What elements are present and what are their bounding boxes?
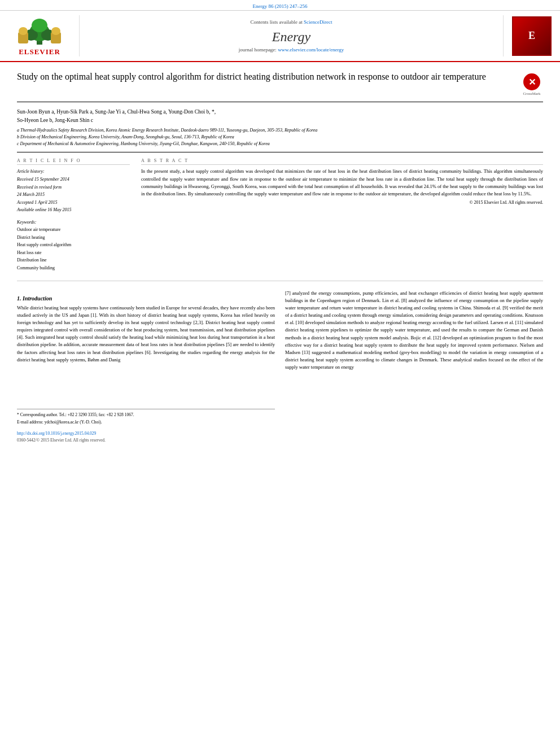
- revised-date: 24 March 2015: [17, 191, 130, 199]
- copyright-line: © 2015 Elsevier Ltd. All rights reserved…: [141, 200, 543, 205]
- body-left-col: 1. Introduction While district heating h…: [17, 290, 275, 443]
- article-info-col: A R T I C L E I N F O Article history: R…: [17, 158, 130, 272]
- journal-issue-bar: Energy 86 (2015) 247–256: [0, 0, 560, 11]
- keyword-3: Heat supply control algorithm: [17, 241, 130, 249]
- paper-content: Study on the optimal heat supply control…: [0, 62, 560, 448]
- crossmark-label: CrossMark: [523, 91, 540, 96]
- authors-section: Sun-Joon Byun a, Hyun-Sik Park a, Sung-J…: [17, 108, 543, 152]
- contents-line: Contents lists available at ScienceDirec…: [251, 19, 333, 25]
- article-info-header: A R T I C L E I N F O: [17, 158, 130, 165]
- abstract-header: A B S T R A C T: [141, 158, 543, 165]
- homepage-line: journal homepage: www.elsevier.com/locat…: [239, 47, 344, 53]
- paper-title: Study on the optimal heat supply control…: [17, 71, 515, 83]
- issn-line: 0360-5442/© 2015 Elsevier Ltd. All right…: [17, 438, 275, 443]
- history-label: Article history:: [17, 168, 130, 176]
- author-line-2: So-Hyeon Lee b, Jong-Keun Shin c: [17, 116, 543, 125]
- energy-journal-logo: E: [512, 16, 552, 56]
- elsevier-logo: ELSEVIER: [6, 15, 73, 56]
- keyword-2: District heating: [17, 234, 130, 242]
- doi-link[interactable]: http://dx.doi.org/10.1016/j.energy.2015.…: [17, 431, 96, 436]
- author-line-1: Sun-Joon Byun a, Hyun-Sik Park a, Sung-J…: [17, 108, 543, 116]
- keyword-1: Outdoor air temperature: [17, 226, 130, 234]
- energy-logo-box: E: [509, 15, 554, 56]
- journal-center: Contents lists available at ScienceDirec…: [79, 15, 504, 56]
- keywords-section: Keywords: Outdoor air temperature Distri…: [17, 220, 130, 272]
- introduction-title: 1. Introduction: [17, 295, 275, 302]
- keyword-4: Heat loss rate: [17, 249, 130, 257]
- accepted-date: Accepted 1 April 2015: [17, 199, 130, 207]
- journal-header: ELSEVIER Contents lists available at Sci…: [0, 11, 560, 62]
- affiliation-b: b Division of Mechanical Engineering, Ko…: [17, 134, 543, 141]
- abstract-col: A B S T R A C T In the present study, a …: [141, 158, 543, 272]
- body-right-col: [7] analyzed the energy consumptions, pu…: [285, 290, 543, 443]
- crossmark-icon: ✕: [523, 73, 540, 90]
- received-date: Received 15 September 2014: [17, 176, 130, 184]
- revised-label: Received in revised form: [17, 184, 130, 191]
- body-section: 1. Introduction While district heating h…: [17, 290, 543, 443]
- article-meta-section: A R T I C L E I N F O Article history: R…: [17, 158, 543, 281]
- corresponding-footnote: * Corresponding author. Tel.: +82 2 3290…: [17, 412, 275, 418]
- intro-paragraph-2: [7] analyzed the energy consumptions, pu…: [285, 290, 543, 372]
- crossmark-badge: ✕ CrossMark: [520, 73, 543, 96]
- keyword-5: Distribution line: [17, 256, 130, 264]
- keywords-label: Keywords:: [17, 220, 130, 225]
- title-section: Study on the optimal heat supply control…: [17, 71, 543, 102]
- intro-paragraph-1: While district heating heat supply syste…: [17, 304, 275, 364]
- sciencedirect-link[interactable]: ScienceDirect: [304, 19, 332, 25]
- affiliation-c: c Department of Mechanical & Automotive …: [17, 141, 543, 147]
- online-date: Available online 16 May 2015: [17, 206, 130, 214]
- journal-issue-text: Energy 86 (2015) 247–256: [252, 3, 307, 9]
- svg-point-6: [19, 27, 28, 35]
- homepage-link[interactable]: www.elsevier.com/locate/energy: [278, 47, 344, 53]
- svg-point-4: [32, 19, 47, 32]
- elsevier-wordmark: ELSEVIER: [19, 47, 60, 56]
- article-history: Article history: Received 15 September 2…: [17, 168, 130, 214]
- elsevier-tree-icon: [17, 15, 62, 46]
- keyword-6: Community building: [17, 264, 130, 272]
- svg-point-8: [51, 27, 60, 35]
- affiliation-a: a Thermal-Hydraulics Safety Research Div…: [17, 127, 543, 134]
- abstract-text: In the present study, a heat supply cont…: [141, 168, 543, 198]
- journal-name: Energy: [272, 29, 310, 45]
- email-footnote: E-mail address: ydchoi@korea.ac.kr (Y.-D…: [17, 419, 275, 425]
